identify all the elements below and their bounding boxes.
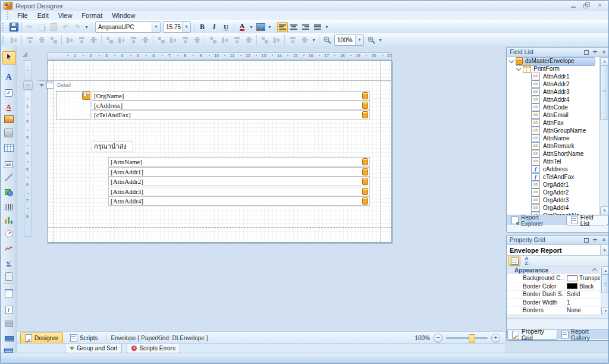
collapse-icon[interactable]	[592, 268, 597, 273]
field-list-item[interactable]: abOrgAddr4	[531, 204, 608, 212]
property-value[interactable]: Solid	[564, 291, 600, 297]
layout-same-size-button[interactable]	[139, 34, 151, 46]
tool-cross-band-line[interactable]	[2, 332, 15, 345]
tab-designer[interactable]: Designer	[20, 332, 63, 344]
close-icon[interactable]: ✕	[596, 2, 604, 9]
layout-fit-to-grid-button[interactable]	[103, 34, 115, 46]
bold-button[interactable]: B	[196, 21, 208, 33]
close-icon[interactable]: ✕	[601, 237, 607, 243]
font-name-combo[interactable]: AngsanaUPC ▾	[95, 21, 161, 33]
tool-page-info[interactable]: i	[2, 302, 15, 315]
zoom-in-icon[interactable]: +	[491, 334, 500, 343]
tab-report-explorer[interactable]: Report Explorer	[507, 216, 566, 225]
scroll-up-icon[interactable]: ▲	[600, 57, 608, 66]
tab-scripts-errors[interactable]: ✕ Scripts Errors	[127, 344, 180, 353]
tool-gauge[interactable]	[2, 228, 15, 241]
band-grip[interactable]	[23, 81, 33, 90]
tool-check-box[interactable]: ✓	[2, 85, 15, 98]
minimize-icon[interactable]	[570, 2, 577, 9]
detail-band-header[interactable]: Detail	[37, 80, 391, 89]
org-field-label[interactable]: [OrgName]	[92, 91, 370, 101]
field-list-item[interactable]: fcTelAndFax	[531, 173, 608, 181]
layout-same-height-button[interactable]	[127, 34, 139, 46]
layout-align-lefts-button[interactable]	[24, 34, 36, 46]
attn-field-label[interactable]: [AttnAddr4]	[108, 196, 370, 206]
layout-align-tops-button[interactable]	[64, 34, 76, 46]
zoom-combo[interactable]: 100% ▾	[334, 34, 364, 46]
field-list-item[interactable]: abAttnName	[531, 134, 608, 142]
field-list-item[interactable]: abAttnEmail	[531, 111, 608, 119]
tool-pivot-grid[interactable]: Σ	[2, 257, 15, 269]
tool-label[interactable]: A	[2, 70, 15, 83]
field-list-item[interactable]: abOrgAddr2	[531, 189, 608, 196]
align-center-button[interactable]	[288, 21, 300, 33]
field-list-item[interactable]: abAttnShortName	[531, 150, 608, 158]
font-size-combo[interactable]: 15.75 ▾	[163, 21, 191, 33]
alignment-dropdown[interactable]: ▾	[324, 21, 330, 33]
tool-table[interactable]	[2, 142, 15, 155]
attn-field-label[interactable]: [AttnAddr3]	[108, 187, 370, 196]
property-value[interactable]: Black	[564, 283, 600, 290]
align-right-button[interactable]	[300, 21, 312, 33]
property-row[interactable]: Border Dash S..Solid	[507, 290, 600, 299]
smart-tag-icon[interactable]	[82, 92, 90, 100]
alphabetical-sort-button[interactable]: AZ↓	[522, 256, 533, 265]
zoom-dropdown[interactable]: ▾	[377, 34, 384, 46]
maximize-icon[interactable]	[583, 237, 589, 243]
tool-line[interactable]	[2, 172, 15, 184]
scroll-down-icon[interactable]: ▼	[601, 307, 608, 315]
layout-bring-to-front-button[interactable]	[287, 34, 299, 46]
field-list-item[interactable]: abAttnAddr1	[531, 73, 608, 80]
menu-window[interactable]: Window	[107, 11, 140, 20]
chevron-down-icon[interactable]	[516, 65, 521, 70]
chevron-down-icon[interactable]: ▾	[182, 22, 190, 32]
layout-increase-horizontal-spacing-button[interactable]	[167, 34, 179, 46]
attn-note-label[interactable]: กรุณานำส่ง	[92, 142, 133, 152]
align-justify-button[interactable]	[312, 21, 324, 33]
layout-decrease-vertical-spacing-button[interactable]	[231, 34, 243, 46]
layout-equal-vertical-spacing-button[interactable]	[207, 34, 219, 46]
tree-table-printform[interactable]: PrintForm	[517, 65, 607, 73]
property-value[interactable]: 1	[564, 299, 600, 306]
attn-field-label[interactable]: [AttnName]	[108, 157, 370, 167]
background-color-dropdown[interactable]: ▾	[266, 21, 273, 33]
band-collapse-icon[interactable]	[39, 84, 44, 87]
toolbar-overflow-dropdown[interactable]: ▾	[83, 21, 90, 33]
field-list-item[interactable]: abAttnCode	[531, 103, 608, 111]
field-list-item[interactable]: abOrgAddr1	[531, 181, 608, 189]
tool-subreport[interactable]	[2, 288, 15, 300]
tool-rich-text[interactable]: A	[2, 99, 15, 112]
layout-snap-to-grid-button[interactable]	[8, 34, 20, 46]
field-list-item[interactable]: abAttnAddr2	[531, 80, 608, 88]
field-list-scrollbar[interactable]: ▲▼	[599, 57, 608, 215]
save-button[interactable]	[8, 21, 20, 33]
tab-property-grid[interactable]: Property Grid	[507, 330, 557, 340]
scrollbar-thumb[interactable]	[601, 274, 608, 293]
menu-file[interactable]: File	[12, 11, 33, 20]
zoom-out-icon[interactable]: −	[434, 334, 442, 343]
chevron-down-icon[interactable]: ▾	[355, 35, 363, 45]
org-field-label[interactable]: [cAddress]	[92, 101, 370, 110]
layout-align-centers-button[interactable]	[36, 34, 48, 46]
field-list-item[interactable]: fcAddress	[531, 165, 608, 173]
pin-icon[interactable]	[592, 49, 598, 55]
tool-chart[interactable]	[2, 214, 15, 227]
layout-equal-horizontal-spacing-button[interactable]	[155, 34, 167, 46]
layout-align-middles-button[interactable]	[76, 34, 87, 46]
property-row[interactable]: Border ColorBlack	[507, 283, 600, 291]
field-list-item[interactable]: abAttnTel	[531, 158, 608, 165]
layout-send-to-back-button[interactable]	[299, 34, 310, 46]
zoom-slider[interactable]	[446, 337, 488, 339]
zoom-out-button[interactable]	[321, 34, 333, 46]
field-list-item[interactable]: abAttnRemark	[531, 142, 608, 150]
redo-button[interactable]: ↷	[71, 21, 83, 33]
menu-edit[interactable]: Edit	[33, 11, 54, 20]
copy-button[interactable]	[36, 21, 48, 33]
font-color-button[interactable]: A	[236, 21, 248, 33]
property-row[interactable]: Background C...Transparent	[507, 274, 600, 283]
maximize-icon[interactable]	[583, 49, 589, 55]
layout-remove-vertical-spacing-button[interactable]	[243, 34, 255, 46]
chevron-down-icon[interactable]	[509, 58, 514, 62]
tree-root-dsmasterenvelope[interactable]: dsMasterEnvelope	[510, 57, 600, 65]
background-color-button[interactable]	[255, 21, 266, 33]
